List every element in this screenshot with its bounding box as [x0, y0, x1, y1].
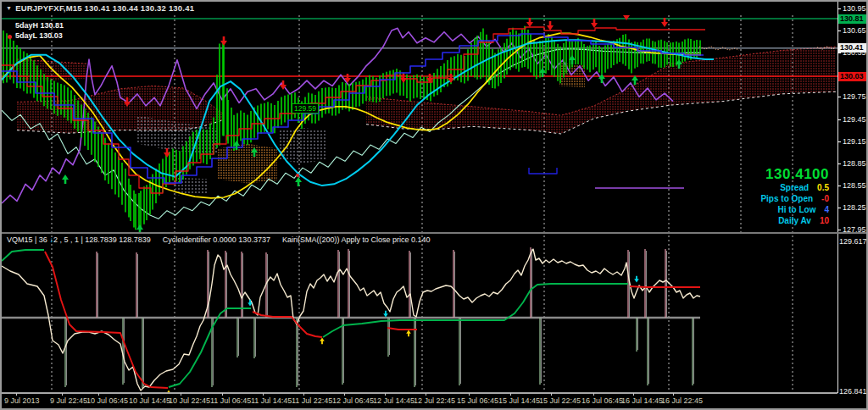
price-badge: 130.03 — [838, 72, 868, 81]
price-axis[interactable] — [837, 2, 866, 392]
time-axis-label: 12 Jul 22:45 — [414, 396, 455, 405]
indicator-header: VQM15 | 36 ↓2 , 5 , 1 | 128.7839 128.783… — [7, 235, 430, 244]
time-axis-tick — [385, 393, 386, 396]
panel-splitter[interactable] — [2, 232, 866, 234]
info-row: Hi to Low4 — [760, 204, 829, 215]
info-row: Pips to Open-0 — [760, 193, 829, 204]
time-axis-tick — [62, 393, 63, 396]
price-axis-label: 127.95 — [843, 225, 866, 234]
price-badge: 130.81 — [838, 14, 868, 24]
time-axis-label: 10 Jul 22:45 — [169, 396, 210, 405]
price-axis-tick — [837, 186, 841, 186]
chart-title: EURJPYFXF,M15 130.41 130.44 130.32 130.4… — [15, 3, 194, 13]
time-axis-label: 9 Jul 2013 — [4, 396, 40, 405]
red-dot-marker — [8, 35, 12, 39]
info-row-label: Spread — [780, 183, 809, 192]
time-axis-tick — [181, 393, 181, 396]
five-day-low-label: 5dayL 130.03 — [15, 31, 63, 40]
info-row-label: Hi to Low — [777, 205, 815, 214]
price-axis-label: 128.85 — [843, 159, 866, 168]
time-axis-label: 10 Jul 06:45 — [86, 396, 128, 405]
price-axis-tick — [837, 230, 841, 230]
time-axis-tick — [593, 393, 594, 396]
kairi-label: Kairi(SMA((200)) Apply to Close price 0.… — [282, 235, 431, 244]
info-row-label: Pips to Open — [760, 194, 813, 203]
price-axis-label: 130.65 — [843, 26, 866, 35]
main-chart-canvas[interactable] — [2, 15, 837, 232]
time-axis-label: 15 Jul 22:45 — [539, 396, 581, 405]
time-axis-label: 16 Jul 06:45 — [581, 396, 623, 405]
five-day-high-label: 5dayH 130.81 — [15, 21, 64, 30]
price-axis-tick — [837, 119, 841, 120]
info-row: Spread0.5 — [760, 182, 829, 193]
time-axis-label: 12 Jul 14:45 — [373, 396, 415, 405]
info-row-value: 4 — [824, 205, 829, 214]
time-axis-tick — [673, 393, 674, 396]
price-axis-tick — [837, 208, 841, 208]
info-row-label: Daily Av — [778, 216, 811, 225]
price-axis-label: 129.75 — [843, 92, 866, 101]
time-axis-label: 11 Jul 22:45 — [292, 396, 332, 405]
price-axis-label: 129.15 — [843, 137, 866, 146]
info-panel: 130.4100 Spread0.5Pips to Open-0Hi to Lo… — [760, 167, 829, 226]
time-axis-tick — [510, 393, 511, 396]
current-price-readout: 130.4100 — [760, 167, 829, 182]
price-badge: 130.41 — [838, 43, 868, 53]
vq-params: 2 , 5 , 1 | 128.7839 128.7839 — [53, 235, 151, 244]
time-axis-tick — [633, 393, 634, 396]
time-axis-tick — [469, 393, 470, 396]
time-axis-label: 16 Jul 14:45 — [621, 396, 663, 405]
time-axis-label: 15 Jul 14:45 — [498, 396, 540, 405]
info-row-value: 0.5 — [817, 183, 829, 192]
time-axis-tick — [16, 393, 17, 396]
time-axis-tick — [344, 393, 345, 396]
price-axis-tick — [837, 141, 841, 142]
indicator-subwindow-canvas[interactable] — [2, 247, 837, 392]
time-axis-label: 15 Jul 06:45 — [457, 396, 498, 405]
price-axis-label: 129.45 — [843, 115, 866, 124]
time-axis-tick — [426, 393, 426, 396]
info-row: Daily Av10 — [760, 215, 829, 226]
price-axis-tick — [837, 97, 841, 97]
chevron-down-icon[interactable]: ▼ — [6, 5, 12, 11]
time-axis-tick — [222, 393, 223, 396]
time-axis-tick — [303, 393, 304, 396]
time-axis-border-line — [2, 392, 837, 394]
price-axis-label: 128.25 — [843, 203, 866, 212]
time-axis-label: 10 Jul 14:45 — [129, 396, 170, 405]
info-row-value: 10 — [820, 216, 829, 225]
chart-title-bar: ▼EURJPYFXF,M15 130.41 130.44 130.32 130.… — [6, 3, 194, 13]
price-tag-label: 129.59 — [292, 103, 319, 114]
time-axis-label: 12 Jul 06:45 — [332, 396, 374, 405]
vq-label: VQM15 | 36 — [7, 235, 49, 244]
time-axis-tick — [263, 393, 264, 396]
info-row-value: -0 — [821, 194, 829, 203]
price-axis-label: 128.55 — [843, 181, 866, 190]
indicator-axis-min: 126.8417 — [839, 387, 868, 396]
time-axis-tick — [551, 393, 552, 396]
time-axis-label: 9 Jul 22:45 — [50, 396, 87, 405]
time-axis-tick — [141, 393, 142, 396]
price-axis-tick — [837, 163, 841, 164]
time-axis-tick — [98, 393, 99, 396]
time-axis-label: 11 Jul 14:45 — [251, 396, 292, 405]
time-axis-label: 11 Jul 06:45 — [210, 396, 251, 405]
price-axis-tick — [837, 53, 841, 53]
price-axis-label: 130.95 — [843, 4, 866, 13]
cycle-identifier-label: CycleIdentifier 0.0000 130.3737 — [163, 235, 270, 244]
mt4-chart-window: ▼EURJPYFXF,M15 130.41 130.44 130.32 130.… — [0, 0, 868, 410]
price-axis-tick — [837, 30, 841, 31]
axis-border-line — [837, 2, 838, 393]
indicator-axis-max: 129.6178 — [839, 237, 868, 246]
price-axis-tick — [837, 8, 841, 9]
time-axis-label: 16 Jul 22:45 — [661, 396, 703, 405]
